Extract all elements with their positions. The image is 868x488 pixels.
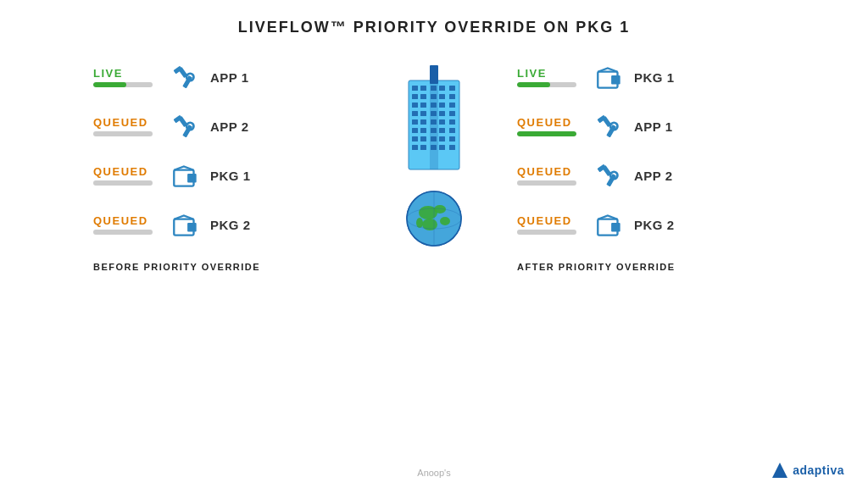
- item-label: APP 2: [634, 169, 685, 183]
- content-area: LIVE APP 1QUEUED APP 2QUEUED PKG 1QUEUED…: [34, 55, 834, 272]
- status-block: QUEUED: [517, 165, 585, 186]
- svg-rect-52: [439, 145, 445, 150]
- list-item: QUEUED APP 1: [510, 104, 782, 148]
- svg-rect-66: [611, 75, 620, 85]
- progress-bar: [93, 131, 153, 136]
- item-label: PKG 2: [210, 218, 261, 232]
- svg-rect-39: [412, 128, 418, 133]
- item-label: PKG 1: [210, 169, 261, 183]
- status-block: QUEUED: [517, 116, 585, 136]
- svg-marker-77: [772, 463, 787, 478]
- tools-icon: [593, 110, 626, 142]
- svg-rect-47: [439, 136, 445, 141]
- svg-rect-49: [412, 145, 418, 150]
- status-text: LIVE: [517, 67, 547, 80]
- pkg-icon: [170, 208, 202, 241]
- svg-rect-35: [420, 119, 426, 125]
- adaptiva-logo: adaptiva: [772, 463, 844, 478]
- pkg-icon: [170, 159, 202, 191]
- svg-rect-15: [420, 86, 426, 91]
- list-item: QUEUED PKG 1: [86, 153, 358, 197]
- item-label: PKG 1: [634, 70, 685, 85]
- list-item: LIVE PKG 1: [510, 55, 782, 99]
- after-panel: LIVE PKG 1QUEUED APP 1QUEUED APP 2QUEUED…: [510, 55, 782, 272]
- svg-rect-18: [449, 86, 455, 91]
- svg-rect-76: [611, 223, 620, 232]
- status-block: QUEUED: [517, 214, 585, 235]
- before-panel: LIVE APP 1QUEUED APP 2QUEUED PKG 1QUEUED…: [86, 55, 358, 272]
- svg-rect-29: [412, 111, 418, 116]
- svg-rect-54: [430, 80, 438, 169]
- svg-rect-53: [449, 145, 455, 150]
- pkg-icon: [593, 208, 626, 241]
- status-block: QUEUED: [93, 116, 161, 136]
- status-text: QUEUED: [93, 165, 148, 178]
- svg-rect-24: [412, 103, 418, 108]
- watermark: Anoop's: [417, 468, 450, 478]
- svg-point-60: [440, 217, 450, 225]
- progress-bar: [517, 180, 576, 186]
- globe-icon: [404, 189, 464, 248]
- svg-rect-32: [439, 111, 445, 116]
- status-block: LIVE: [517, 67, 585, 87]
- svg-rect-9: [187, 174, 197, 183]
- item-label: PKG 2: [634, 218, 685, 232]
- pkg-icon: [593, 61, 626, 93]
- adaptiva-logo-text: adaptiva: [793, 463, 844, 477]
- svg-rect-23: [449, 94, 455, 99]
- list-item: QUEUED APP 2: [510, 153, 782, 197]
- progress-bar: [93, 230, 153, 235]
- svg-rect-25: [420, 103, 426, 108]
- svg-rect-43: [449, 128, 455, 133]
- tools-icon: [170, 110, 202, 142]
- status-text: QUEUED: [93, 116, 148, 129]
- center-area: [358, 55, 510, 248]
- svg-rect-30: [420, 111, 426, 116]
- svg-rect-42: [439, 128, 445, 133]
- progress-fill: [93, 82, 126, 87]
- list-item: QUEUED PKG 2: [86, 202, 358, 247]
- svg-rect-28: [449, 103, 455, 108]
- status-block: QUEUED: [93, 165, 161, 186]
- list-item: QUEUED APP 2: [86, 104, 358, 148]
- list-item: LIVE APP 1: [86, 55, 358, 99]
- progress-fill: [517, 131, 576, 136]
- svg-rect-37: [439, 119, 445, 125]
- tools-icon: [593, 159, 626, 191]
- svg-rect-48: [449, 136, 455, 141]
- svg-rect-45: [420, 136, 426, 141]
- svg-rect-44: [412, 136, 418, 141]
- progress-fill: [517, 82, 550, 87]
- progress-bar: [517, 82, 576, 87]
- svg-rect-14: [412, 86, 418, 91]
- svg-rect-22: [439, 94, 445, 99]
- progress-bar: [517, 230, 576, 235]
- list-item: QUEUED PKG 2: [510, 202, 782, 247]
- panel-label: AFTER PRIORITY OVERRIDE: [510, 262, 782, 272]
- svg-rect-27: [439, 103, 445, 108]
- svg-rect-17: [439, 86, 445, 91]
- progress-bar: [93, 180, 153, 186]
- status-text: QUEUED: [93, 214, 148, 227]
- svg-rect-34: [412, 119, 418, 125]
- page: LIVEFLOW™ PRIORITY OVERRIDE ON PKG 1 LIV…: [0, 0, 868, 488]
- building-icon: [400, 64, 468, 174]
- item-label: APP 1: [634, 119, 685, 134]
- svg-rect-33: [449, 111, 455, 116]
- status-text: QUEUED: [517, 165, 572, 178]
- status-text: LIVE: [93, 67, 123, 80]
- status-block: QUEUED: [93, 214, 161, 235]
- svg-rect-20: [420, 94, 426, 99]
- svg-rect-50: [420, 145, 426, 150]
- svg-rect-38: [449, 119, 455, 125]
- tools-icon: [170, 61, 202, 93]
- status-block: LIVE: [93, 67, 161, 87]
- adaptiva-logo-icon: [772, 463, 787, 478]
- progress-bar: [517, 131, 576, 136]
- svg-rect-40: [420, 128, 426, 133]
- svg-rect-19: [412, 94, 418, 99]
- progress-bar: [93, 82, 153, 87]
- item-label: APP 2: [210, 119, 261, 134]
- status-text: QUEUED: [517, 116, 572, 129]
- svg-rect-11: [187, 223, 197, 232]
